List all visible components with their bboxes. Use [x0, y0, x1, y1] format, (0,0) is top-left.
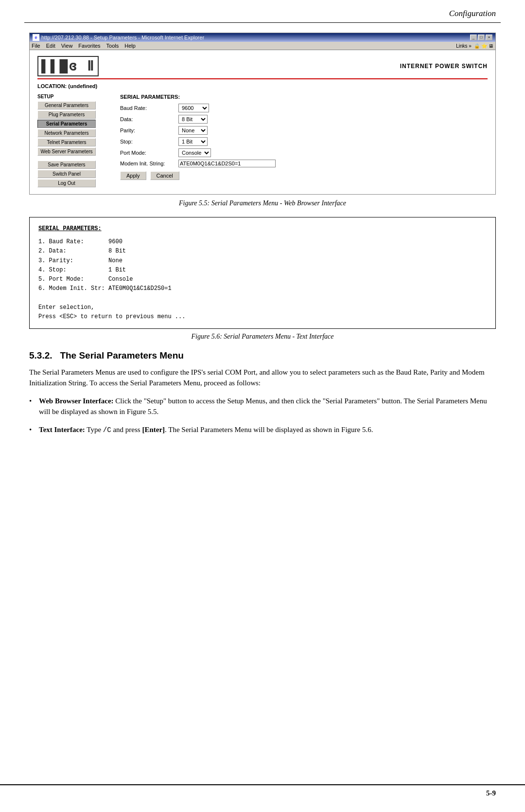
location-line: LOCATION: (undefined): [37, 83, 488, 89]
figure-55-caption: Figure 5.5: Serial Parameters Menu - Web…: [29, 199, 496, 207]
text-interface-text2: and press: [111, 426, 142, 433]
port-mode-label: Port Mode:: [120, 150, 178, 156]
ti-line-1: 1. Baud Rate: 9600: [38, 237, 487, 247]
ti-line-3: 3. Parity: None: [38, 256, 487, 266]
header-title: Configuration: [449, 9, 496, 18]
form-buttons: Apply Cancel: [120, 171, 488, 180]
browser-panel: SERIAL PARAMETERS: Baud Rate: 9600 19200…: [110, 94, 488, 188]
figure-55-browser: e http://207.212.30.88 - Setup Parameter…: [29, 33, 496, 195]
baud-rate-label: Baud Rate:: [120, 105, 178, 111]
ti-line-4: 4. Stop: 1 Bit: [38, 266, 487, 275]
baud-rate-select[interactable]: 9600 19200 38400 57600 115200: [178, 104, 209, 112]
log-out-button[interactable]: Log Out: [37, 179, 96, 187]
page-footer: 5-9: [0, 784, 525, 797]
setup-label: SETUP: [37, 94, 110, 99]
save-parameters-button[interactable]: Save Parameters: [37, 161, 96, 169]
modem-init-input[interactable]: [178, 160, 276, 167]
apply-button[interactable]: Apply: [120, 171, 146, 180]
section-body: The Serial Parameters Menus are used to …: [29, 367, 496, 389]
section-number: 5.3.2.: [29, 350, 52, 361]
switch-panel-button[interactable]: Switch Panel: [37, 170, 96, 178]
ti-enter-selection: Enter selection,: [38, 303, 487, 312]
main-content: e http://207.212.30.88 - Setup Parameter…: [0, 23, 525, 481]
links-label: Links »: [456, 43, 472, 49]
menu-favorites[interactable]: Favorites: [78, 43, 100, 49]
section-heading: 5.3.2. The Serial Parameters Menu: [29, 350, 496, 361]
titlebar-left: e http://207.212.30.88 - Setup Parameter…: [33, 34, 204, 41]
browser-icon: e: [33, 34, 39, 41]
panel-title: SERIAL PARAMETERS:: [120, 94, 488, 100]
menu-edit[interactable]: Edit: [46, 43, 55, 49]
minimize-button[interactable]: _: [470, 35, 477, 40]
web-server-parameters-button[interactable]: Web Server Parameters: [37, 147, 96, 156]
section-title: The Serial Parameters Menu: [60, 350, 184, 361]
ti-line-6: 6. Modem Init. Str: ATE0M0Q1&C1&D2S0=1: [38, 284, 487, 293]
product-name: INTERNET POWER SWITCH: [400, 63, 488, 70]
close-button[interactable]: ×: [486, 35, 492, 40]
ti-press-esc: Press <ESC> to return to previous menu .…: [38, 312, 487, 322]
figure-56-box: SERIAL PARAMETERS: 1. Baud Rate: 9600 2.…: [29, 217, 496, 329]
baud-rate-row: Baud Rate: 9600 19200 38400 57600 115200: [120, 104, 488, 112]
sidebar-divider: [37, 157, 110, 161]
telnet-parameters-button[interactable]: Telnet Parameters: [37, 138, 96, 146]
ti-line-5: 5. Port Mode: Console: [38, 275, 487, 284]
page-number: 5-9: [486, 789, 496, 797]
stop-label: Stop:: [120, 139, 178, 144]
network-parameters-button[interactable]: Network Parameters: [37, 129, 96, 137]
modem-init-row: Modem Init. String:: [120, 160, 488, 167]
data-label: Data:: [120, 116, 178, 122]
cancel-button[interactable]: Cancel: [150, 171, 179, 180]
bullet-web-browser: Web Browser Interface: Click the "Setup"…: [29, 396, 496, 417]
wti-logo: ▌▌█ɞ Ⅱ: [37, 56, 99, 76]
menu-help[interactable]: Help: [124, 43, 136, 49]
text-interface-text1: Type: [87, 426, 103, 433]
data-select[interactable]: 7 Bit 8 Bit: [178, 115, 208, 124]
port-mode-row: Port Mode: Console Modem: [120, 148, 488, 157]
web-browser-term: Web Browser Interface:: [39, 397, 114, 405]
page-header: Configuration: [0, 0, 525, 22]
browser-sidebar: SETUP General Parameters Plug Parameters…: [37, 94, 110, 188]
wti-header: ▌▌█ɞ Ⅱ INTERNET POWER SWITCH: [37, 56, 488, 79]
slash-c-code: /C: [103, 426, 111, 434]
menubar-left: File Edit View Favorites Tools Help: [32, 43, 136, 49]
parity-select[interactable]: None Even Odd: [178, 126, 208, 135]
titlebar-buttons: _ □ ×: [470, 35, 492, 40]
port-mode-select[interactable]: Console Modem: [178, 148, 211, 157]
ti-title: SERIAL PARAMETERS:: [38, 224, 487, 234]
browser-titlebar: e http://207.212.30.88 - Setup Parameter…: [30, 33, 495, 42]
menu-view[interactable]: View: [61, 43, 73, 49]
browser-url: http://207.212.30.88 - Setup Parameters …: [41, 35, 204, 40]
parity-row: Parity: None Even Odd: [120, 126, 488, 135]
text-interface-term: Text Interface:: [39, 426, 85, 433]
text-interface-text3: . The Serial Parameters Menu will be dis…: [165, 426, 373, 433]
browser-main-layout: SETUP General Parameters Plug Parameters…: [37, 94, 488, 188]
modem-init-label: Modem Init. String:: [120, 161, 178, 166]
enter-key-label: [Enter]: [142, 426, 165, 433]
browser-content: ▌▌█ɞ Ⅱ INTERNET POWER SWITCH LOCATION: (…: [30, 50, 495, 194]
browser-menubar: File Edit View Favorites Tools Help Link…: [30, 42, 495, 50]
figure-56-caption: Figure 5.6: Serial Parameters Menu - Tex…: [29, 333, 496, 341]
plug-parameters-button[interactable]: Plug Parameters: [37, 110, 96, 119]
menubar-right: Links » 🔒 ⭐ 🖥: [456, 43, 493, 49]
maximize-button[interactable]: □: [478, 35, 485, 40]
bullet-text-interface: Text Interface: Type /C and press [Enter…: [29, 424, 496, 435]
bullet-list: Web Browser Interface: Click the "Setup"…: [29, 396, 496, 435]
data-row: Data: 7 Bit 8 Bit: [120, 115, 488, 124]
general-parameters-button[interactable]: General Parameters: [37, 101, 96, 109]
stop-row: Stop: 1 Bit 2 Bit: [120, 137, 488, 146]
menu-file[interactable]: File: [32, 43, 40, 49]
serial-parameters-button[interactable]: Serial Parameters: [37, 120, 96, 128]
parity-label: Parity:: [120, 127, 178, 133]
stop-select[interactable]: 1 Bit 2 Bit: [178, 137, 208, 146]
menu-tools[interactable]: Tools: [106, 43, 119, 49]
ti-line-2: 2. Data: 8 Bit: [38, 247, 487, 256]
